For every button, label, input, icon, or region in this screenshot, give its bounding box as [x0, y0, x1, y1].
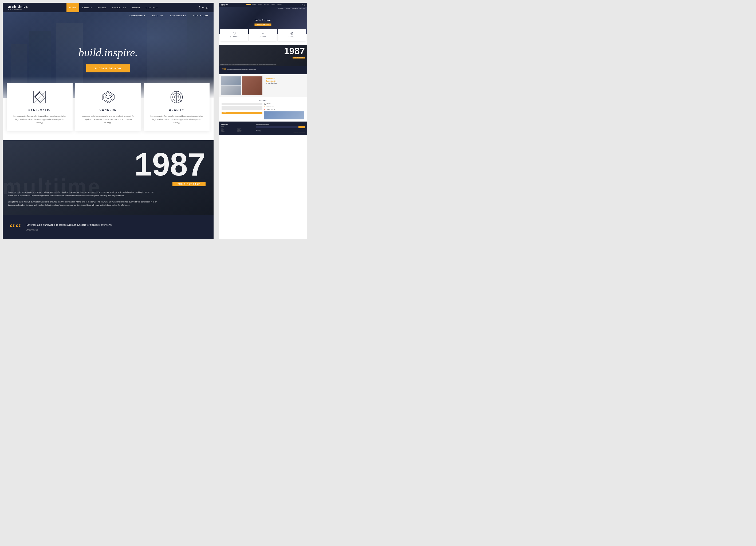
thumb-nav-packages[interactable]: PACKAGES: [263, 4, 270, 5]
primary-nav: HOME EXHIBIT WARES PACKAGES ABOUT CONTAC…: [66, 3, 161, 12]
hero-text: build.inspire. SUBSCRIBE NOW: [78, 46, 138, 72]
thumb-contact-details: 📞 765-4321 ✉ ask@domain.com 📍 456 Main S…: [264, 103, 305, 119]
thumb-footer: arch timesBRANDING HOME PACKAGES EXHIBIT…: [219, 121, 307, 135]
thumb-nav-contact[interactable]: CONTACT: [276, 4, 282, 5]
instagram-icon[interactable]: ◻: [206, 6, 208, 9]
thumb-first-step: THE FIRST STEP: [293, 57, 305, 58]
email-icon: ✉: [264, 106, 265, 108]
thumb-quote-author: Anonymous: [227, 71, 256, 72]
thumb-nav: HOME EXHIBIT WARES PACKAGES ABOUT CONTAC…: [246, 4, 282, 5]
thumb-nav-wares[interactable]: WARES: [257, 4, 262, 5]
card-3-title: QUALITY: [149, 108, 204, 111]
facebook-icon[interactable]: f: [199, 6, 200, 9]
thumb-footer-exhibit[interactable]: EXHIBIT: [221, 129, 237, 130]
thumb-footer-concern[interactable]: CONCERN: [221, 131, 237, 132]
thumb-nav-home[interactable]: HOME: [246, 4, 251, 5]
nav-packages[interactable]: PACKAGES: [109, 3, 129, 12]
logo: arch times BRANDING: [8, 5, 28, 10]
thumb-name-input[interactable]: [222, 103, 262, 105]
thumbnail-site: arch times BRANDING HOME EXHIBIT WARES P…: [219, 3, 307, 239]
thumb-card-1-title: SYSTEMATIC: [222, 36, 247, 37]
thumb-dark-text: Leverage agile frameworks to provide a r…: [220, 64, 294, 65]
thumb-footer-ig[interactable]: ◻: [259, 129, 261, 131]
thumb-footer-pi[interactable]: ✦: [257, 129, 259, 131]
thumb-subscribe-btn[interactable]: SUBSCRIBE NOW: [254, 23, 271, 26]
hero-title: build.inspire.: [78, 46, 138, 59]
year-number: 1987: [134, 148, 206, 180]
thumb-footer-wares[interactable]: WARES: [221, 130, 237, 131]
thumb-footer-contact[interactable]: CONTACT: [237, 131, 253, 132]
thumb-footer-home[interactable]: HOME: [221, 128, 237, 129]
thumb-hero-title: build.inspire.: [254, 18, 271, 22]
phone-icon: 📞: [264, 103, 266, 105]
thumb-card-2-text: Leverage agile frameworks to provide a r…: [250, 37, 276, 39]
nav-community[interactable]: COMMUNITY: [129, 14, 145, 17]
thumb-message-input[interactable]: [222, 106, 262, 110]
thumb-year: 1987: [284, 46, 305, 56]
thumb-contact-image: [264, 111, 305, 119]
nav-exhibit[interactable]: EXHIBIT: [79, 3, 95, 12]
thumb-submit-btn[interactable]: SUBMIT: [222, 112, 262, 114]
thumb-nav-contracts[interactable]: CONTRACTS: [292, 8, 298, 9]
thumb-nav-portfolio[interactable]: PORTFOLIO: [300, 8, 305, 9]
quote-author: Anonymous: [26, 229, 112, 231]
nav-contact[interactable]: CONTACT: [143, 3, 161, 12]
thumb-window-sub: at your figertips: [266, 82, 305, 84]
year-text-1: Leverage agile frameworks to provide a r…: [8, 191, 160, 198]
thumb-footer-about[interactable]: ABOUT: [237, 129, 253, 130]
thumb-systematic-icon: ⬡: [222, 31, 247, 35]
thumb-newsletter-input[interactable]: [256, 126, 298, 128]
card-2-title: CONCERN: [81, 108, 136, 111]
thumb-window-title: Window ofOpportunity: [266, 78, 305, 82]
thumb-window-grid: [221, 76, 262, 95]
card-quality: QUALITY Leverage agile frameworks to pro…: [144, 83, 210, 131]
nav-about[interactable]: ABOUT: [129, 3, 143, 12]
pinterest-icon[interactable]: ✦: [202, 6, 204, 9]
thumb-img-3: [221, 86, 241, 95]
thumb-footer-packages[interactable]: PACKAGES: [237, 128, 253, 129]
nav-wares[interactable]: WARES: [95, 3, 109, 12]
thumb-secondary-nav: COMMUNITY BIDDING CONTRACTS PORTFOLIO: [276, 7, 307, 10]
thumb-contact-title: Contact: [222, 99, 304, 101]
thumb-address: 456 Main Street, NY: [267, 109, 275, 110]
year-section-text: Leverage agile frameworks to provide a r…: [8, 191, 160, 210]
quote-mark: ““: [9, 223, 21, 234]
thumb-window-images: [221, 76, 262, 95]
thumb-newsletter: Subscribe to our Newsletter SUBSCRIBE f …: [256, 124, 305, 133]
thumb-address-row: 📍 456 Main Street, NY: [264, 109, 305, 111]
logo-name: arch times: [8, 5, 28, 9]
thumb-window-text: Window ofOpportunity at your figertips: [264, 76, 305, 95]
nav-home[interactable]: HOME: [66, 3, 79, 12]
thumb-pi-icon[interactable]: ✦: [302, 4, 303, 6]
thumb-quote-mark: ““: [222, 68, 226, 72]
first-step-badge: THE FIRST STEP: [172, 182, 206, 186]
feature-cards: SYSTEMATIC Leverage agile frameworks to …: [3, 82, 214, 132]
card-2-text: Leverage agile frameworks to provide a r…: [81, 115, 136, 124]
thumb-newsletter-btn[interactable]: SUBSCRIBE: [298, 126, 305, 128]
logo-sub: BRANDING: [8, 9, 28, 10]
thumb-social: f ✦ ◻: [301, 4, 305, 6]
thumb-quote-content: Leverage agile frameworks to provide a r…: [227, 69, 256, 72]
thumb-footer-fb[interactable]: f: [256, 129, 257, 131]
quote-content: Leverage agile frameworks to provide a r…: [26, 223, 112, 231]
nav-portfolio[interactable]: PORTFOLIO: [193, 14, 208, 17]
main-site: arch times BRANDING HOME EXHIBIT WARES P…: [3, 3, 214, 239]
thumb-quality-icon: ◎: [279, 31, 304, 35]
thumb-nav-community[interactable]: COMMUNITY: [278, 8, 284, 9]
thumb-nav-bidding[interactable]: BIDDING: [286, 8, 290, 9]
thumb-newsletter-title: Subscribe to our Newsletter: [256, 124, 305, 125]
thumb-nav-exhibit[interactable]: EXHIBIT: [251, 4, 257, 5]
nav-bidding[interactable]: BIDDING: [152, 14, 163, 17]
thumb-nav-about[interactable]: ABOUT: [271, 4, 275, 5]
thumb-phone-row: 📞 765-4321: [264, 103, 305, 105]
card-concern: CONCERN Leverage agile frameworks to pro…: [75, 83, 141, 131]
thumb-footer-community[interactable]: COMMUNITY: [237, 130, 253, 131]
thumb-quote-text: Leverage agile frameworks to provide a r…: [227, 69, 256, 70]
quality-icon: [169, 90, 184, 104]
card-1-title: SYSTEMATIC: [12, 108, 67, 111]
location-icon: 📍: [264, 109, 266, 111]
nav-contracts[interactable]: CONTRACTS: [170, 14, 186, 17]
subscribe-button[interactable]: SUBSCRIBE NOW: [86, 64, 130, 72]
thumb-email-row: ✉ ask@domain.com: [264, 106, 305, 108]
thumb-ig-icon[interactable]: ◻: [304, 4, 305, 6]
